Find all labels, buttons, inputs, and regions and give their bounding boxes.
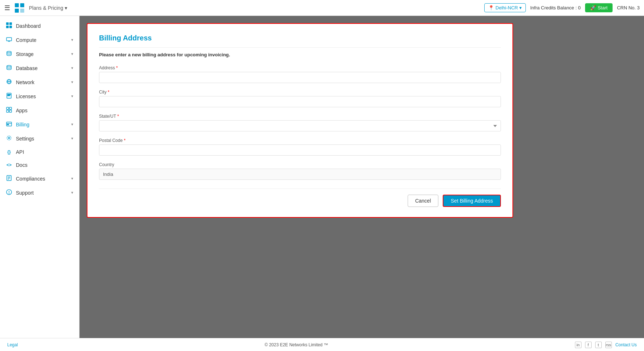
- svg-rect-2: [15, 9, 19, 13]
- svg-rect-25: [7, 124, 9, 125]
- breadcrumb[interactable]: Plans & Pricing ▾: [29, 5, 67, 11]
- svg-rect-18: [8, 95, 10, 96]
- network-icon: [6, 79, 12, 86]
- sidebar-label-storage: Storage: [16, 51, 34, 57]
- docs-icon: <>: [6, 162, 12, 168]
- sidebar-item-database[interactable]: Database ▾: [0, 61, 79, 75]
- postal-label: Postal Code *: [99, 138, 501, 143]
- hamburger-icon[interactable]: ☰: [4, 4, 10, 12]
- sidebar-item-compliances[interactable]: Compliances ▾: [0, 172, 79, 186]
- main-layout: Dashboard Compute ▾ Storage ▾ Database ▾: [0, 16, 644, 338]
- sidebar-item-compute[interactable]: Compute ▾: [0, 33, 79, 47]
- sidebar-item-api[interactable]: {} API: [0, 146, 79, 159]
- sidebar-item-settings[interactable]: Settings ▾: [0, 131, 79, 146]
- svg-rect-7: [9, 26, 12, 28]
- state-group: State/UT *: [99, 114, 501, 131]
- sidebar-label-network: Network: [16, 79, 34, 85]
- sidebar-label-support: Support: [16, 190, 34, 196]
- country-group: Country India: [99, 162, 501, 180]
- topbar-right: 📍 Delhi-NCR ▾ Infra Credits Balance : 0 …: [484, 3, 640, 12]
- start-label: Start: [598, 5, 607, 10]
- state-select[interactable]: [99, 120, 501, 131]
- twitter-icon[interactable]: t: [595, 342, 602, 348]
- sidebar-item-network[interactable]: Network ▾: [0, 75, 79, 89]
- sidebar-label-billing: Billing: [16, 122, 29, 127]
- cancel-button[interactable]: Cancel: [408, 195, 439, 207]
- footer: Legal © 2023 E2E Networks Limited ™ in f…: [0, 338, 644, 351]
- sidebar-label-database: Database: [16, 65, 38, 71]
- region-chevron: ▾: [519, 5, 522, 10]
- city-input[interactable]: [99, 96, 501, 107]
- billing-address-subtitle: Please enter a new billing address for u…: [99, 52, 501, 57]
- svg-rect-6: [6, 26, 9, 28]
- main-content: Billing Address Please enter a new billi…: [80, 16, 644, 338]
- linkedin-icon[interactable]: in: [575, 342, 581, 348]
- storage-chevron: ▾: [71, 52, 73, 56]
- footer-social: in f t rss Contact Us: [575, 342, 637, 348]
- legal-link[interactable]: Legal: [7, 342, 18, 347]
- address-group: Address *: [99, 65, 501, 83]
- sidebar-label-settings: Settings: [16, 136, 34, 142]
- infra-credits-label: Infra Credits Balance : 0: [530, 5, 580, 10]
- country-value: India: [99, 169, 501, 180]
- city-label: City *: [99, 90, 501, 95]
- storage-icon: [6, 51, 12, 57]
- sidebar-label-dashboard: Dashboard: [16, 23, 41, 29]
- svg-rect-5: [9, 22, 12, 25]
- svg-rect-3: [20, 9, 24, 13]
- compliances-icon: [6, 175, 12, 182]
- region-button[interactable]: 📍 Delhi-NCR ▾: [484, 3, 526, 12]
- address-label: Address *: [99, 65, 501, 70]
- sidebar-item-storage[interactable]: Storage ▾: [0, 47, 79, 61]
- sidebar-item-billing[interactable]: Billing ▾: [0, 117, 79, 131]
- sidebar-label-docs: Docs: [16, 162, 27, 168]
- svg-rect-17: [8, 94, 10, 95]
- start-icon: 🚀: [590, 5, 596, 10]
- billing-address-title: Billing Address: [99, 34, 501, 48]
- facebook-icon[interactable]: f: [585, 342, 592, 348]
- svg-rect-4: [6, 22, 9, 25]
- sidebar-item-apps[interactable]: Apps: [0, 103, 79, 117]
- sidebar-item-licenses[interactable]: Licenses ▾: [0, 89, 79, 103]
- settings-icon: [6, 135, 12, 142]
- dashboard-icon: [6, 22, 12, 29]
- svg-rect-19: [7, 107, 9, 109]
- postal-input[interactable]: [99, 144, 501, 156]
- billing-chevron: ▾: [71, 122, 73, 127]
- svg-rect-8: [7, 38, 12, 41]
- compliances-chevron: ▾: [71, 176, 73, 181]
- postal-group: Postal Code *: [99, 138, 501, 156]
- svg-point-31: [9, 193, 9, 194]
- billing-address-card: Billing Address Please enter a new billi…: [87, 23, 513, 218]
- region-label: Delhi-NCR: [495, 5, 518, 10]
- breadcrumb-chevron: ▾: [65, 5, 67, 11]
- state-label: State/UT *: [99, 114, 501, 119]
- location-icon: 📍: [488, 5, 494, 10]
- rss-icon[interactable]: rss: [605, 342, 612, 348]
- compute-chevron: ▾: [71, 38, 73, 42]
- sidebar-item-docs[interactable]: <> Docs: [0, 159, 79, 172]
- svg-point-26: [8, 137, 10, 139]
- sidebar-label-apps: Apps: [16, 108, 27, 113]
- licenses-icon: [6, 93, 12, 100]
- sidebar-label-licenses: Licenses: [16, 94, 36, 99]
- country-label: Country: [99, 162, 501, 167]
- sidebar-item-dashboard[interactable]: Dashboard: [0, 19, 79, 33]
- set-billing-address-button[interactable]: Set Billing Address: [443, 195, 501, 207]
- svg-rect-1: [20, 3, 24, 7]
- sidebar-item-support[interactable]: Support ▾: [0, 186, 79, 200]
- sidebar-label-compliances: Compliances: [16, 176, 45, 182]
- apps-icon: [6, 107, 12, 114]
- api-icon: {}: [6, 150, 12, 155]
- topbar: ☰ Plans & Pricing ▾ 📍 Delhi-NCR ▾ Infra …: [0, 0, 644, 16]
- settings-chevron: ▾: [71, 136, 73, 141]
- database-icon: [6, 65, 12, 72]
- sidebar: Dashboard Compute ▾ Storage ▾ Database ▾: [0, 16, 80, 338]
- address-input[interactable]: [99, 72, 501, 83]
- billing-icon: [6, 121, 12, 128]
- start-button[interactable]: 🚀 Start: [585, 3, 613, 12]
- sidebar-label-api: API: [16, 149, 24, 155]
- contact-us-link[interactable]: Contact Us: [615, 342, 637, 347]
- licenses-chevron: ▾: [71, 94, 73, 99]
- svg-rect-21: [7, 110, 9, 112]
